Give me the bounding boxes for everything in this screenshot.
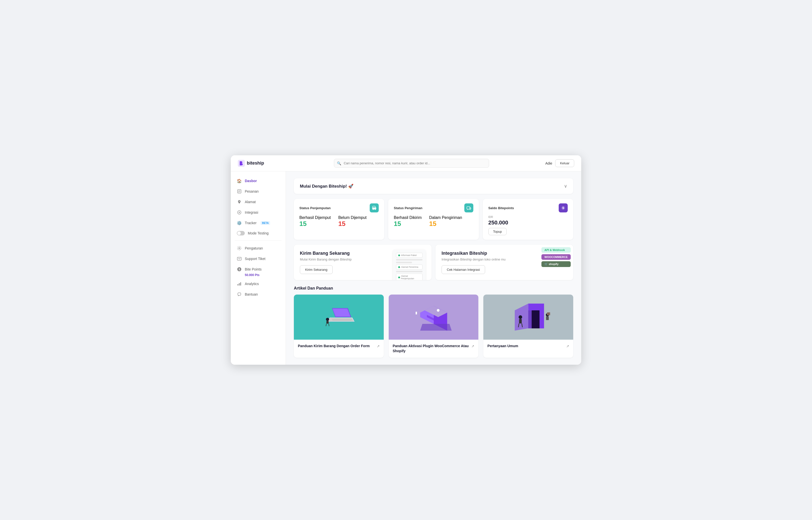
search-input[interactable]	[334, 159, 489, 167]
stat-saldo-title: Saldo Bitepoints	[488, 206, 514, 210]
form-field-2: Alamat Penerima	[396, 264, 422, 269]
sidebar-item-integrasi[interactable]: Integrasi	[231, 207, 286, 217]
svg-line-30	[329, 324, 329, 327]
article-svg-3	[492, 299, 564, 335]
user-name: Adie	[545, 161, 552, 165]
logout-button[interactable]: Keluar	[555, 159, 574, 167]
article-img-2	[389, 294, 479, 340]
analytics-icon	[237, 281, 242, 286]
action-row: Kirim Barang Sekarang Mulai Kirim Barang…	[294, 245, 573, 280]
svg-text:$: $	[239, 268, 240, 271]
svg-rect-49	[546, 317, 549, 320]
sidebar-label-dasbor: Dasbor	[245, 179, 257, 183]
orders-icon	[237, 189, 242, 194]
ext-icon-2: ↗	[471, 344, 474, 348]
articles-grid: Panduan Kirim Barang Dengan Order Form ↗	[294, 294, 573, 358]
integrations-preview: API & Webhook WOOCOMMERCE 🛒 shopify	[541, 247, 571, 267]
article-title-1: Panduan Kirim Barang Dengan Order Form	[298, 344, 370, 349]
ext-icon-3: ↗	[566, 344, 569, 348]
header: biteship 🔍 Adie Keluar	[231, 155, 581, 171]
chevron-down-icon[interactable]: ∨	[564, 183, 567, 189]
svg-marker-22	[332, 309, 351, 317]
stat-penjemputan-cols: Berhasil Dijemput 15 Belum Dijemput 15	[299, 215, 379, 228]
saldo-currency: IDR 250.000 Topup	[488, 215, 568, 235]
article-card-3[interactable]: Pertanyaan Umum ↗	[483, 294, 573, 358]
stat-pengiriman-cols: Berhasil Dikirim 15 Dalam Pengiriman 15	[394, 215, 473, 228]
article-body-3: Pertanyaan Umum ↗	[483, 340, 573, 353]
dalam-pengiriman-val: 15	[429, 220, 462, 228]
sidebar-label-alamat: Alamat	[245, 200, 256, 204]
main-content: 🏠 Dasbor Pesanan Alamat Integrasi	[231, 171, 581, 364]
svg-marker-24	[328, 318, 354, 321]
bitepoints-icon: $	[237, 267, 242, 272]
sidebar-item-dasbor[interactable]: 🏠 Dasbor	[231, 176, 286, 186]
ext-icon-1: ↗	[377, 344, 380, 348]
sidebar-item-pesanan[interactable]: Pesanan	[231, 186, 286, 197]
app-name: biteship	[247, 161, 264, 166]
berhasil-dikirim-val: 15	[394, 220, 422, 228]
saldo-amount: 250.000	[488, 219, 568, 226]
kirim-button[interactable]: Kirim Sekarang	[300, 265, 333, 274]
content-area: Mulai Dengan Biteship! 🚀 ∨ Status Penjem…	[286, 171, 581, 364]
saldo-currency-label: IDR	[488, 215, 568, 218]
article-svg-2	[398, 299, 470, 335]
mode-testing-toggle[interactable]	[237, 231, 245, 235]
form-label-1: Informasi Paket	[401, 254, 417, 257]
sidebar-label-mode-testing: Mode Testing	[248, 231, 269, 235]
article-title-row-3: Pertanyaan Umum ↗	[487, 344, 569, 349]
sidebar-item-tracker[interactable]: ⚙️ Tracker BETA	[231, 218, 286, 228]
form-dot-2	[398, 266, 400, 268]
svg-point-17	[467, 209, 468, 210]
stat-pengiriman-header: Status Pengiriman	[394, 203, 473, 212]
svg-point-14	[373, 209, 374, 210]
pengiriman-icon	[464, 203, 473, 212]
topup-button[interactable]: Topup	[488, 228, 507, 235]
support-icon	[237, 256, 242, 261]
svg-point-44	[519, 315, 522, 319]
article-card-2[interactable]: Panduan Aktivasi Plugin WooCommerce Atau…	[389, 294, 479, 358]
sidebar-item-bite-points[interactable]: $ Bite Points	[231, 264, 286, 274]
svg-rect-10	[237, 284, 238, 286]
sidebar-item-support-tiket[interactable]: Support Tiket	[231, 254, 286, 264]
address-icon	[237, 199, 242, 204]
articles-title: Artikel Dan Panduan	[294, 286, 573, 291]
article-svg-1	[303, 299, 375, 335]
belum-dijemput-label: Belum Dijemput	[338, 215, 366, 220]
sidebar-label-bantuan: Bantuan	[245, 292, 258, 296]
sidebar-item-alamat[interactable]: Alamat	[231, 197, 286, 207]
integrasi-button[interactable]: Cek Halaman Integrasi	[442, 265, 485, 274]
form-dot-1	[398, 255, 400, 256]
sidebar-label-analytics: Analytics	[245, 282, 259, 286]
bantuan-icon	[237, 292, 242, 297]
article-title-row-2: Panduan Aktivasi Plugin WooCommerce Atau…	[393, 344, 475, 354]
sidebar-label-tracker: Tracker	[245, 221, 257, 225]
welcome-card: Mulai Dengan Biteship! 🚀 ∨	[294, 178, 573, 194]
dalam-pengiriman-label: Dalam Pengiriman	[429, 215, 462, 220]
article-title-row-1: Panduan Kirim Barang Dengan Order Form ↗	[298, 344, 380, 349]
form-preview: Informasi Paket Alamat Penerima Alamat P…	[393, 250, 425, 280]
stat-card-penjemputan: Status Penjemputan Berhasil Dijemput 15 …	[294, 199, 384, 240]
sidebar-item-bantuan[interactable]: Bantuan	[231, 289, 286, 299]
berhasil-dijemput-val: 15	[299, 220, 331, 228]
svg-rect-37	[416, 312, 417, 315]
belum-dijemput-val: 15	[338, 220, 366, 228]
form-label-3: Alamat Penjemputan	[401, 275, 421, 280]
article-card-1[interactable]: Panduan Kirim Barang Dengan Order Form ↗	[294, 294, 384, 358]
sidebar-item-mode-testing[interactable]: Mode Testing	[231, 229, 286, 238]
shopify-badge: 🛒 shopify	[541, 261, 571, 267]
action-card-integrasi: Integrasikan Biteship Integrasikan Bites…	[436, 245, 573, 280]
search-bar: 🔍	[334, 159, 489, 167]
svg-rect-7	[237, 257, 241, 260]
saldo-icon: $	[559, 203, 568, 212]
home-icon: 🏠	[237, 178, 242, 183]
svg-point-6	[239, 248, 240, 249]
sidebar-item-analytics[interactable]: Analytics	[231, 279, 286, 289]
article-title-2: Panduan Aktivasi Plugin WooCommerce Atau…	[393, 344, 472, 354]
sidebar-item-pengaturan[interactable]: Pengaturan	[231, 243, 286, 253]
articles-section: Artikel Dan Panduan	[294, 286, 573, 358]
svg-point-36	[437, 309, 440, 312]
settings-icon	[237, 246, 242, 251]
article-body-1: Panduan Kirim Barang Dengan Order Form ↗	[294, 340, 384, 353]
stats-row: Status Penjemputan Berhasil Dijemput 15 …	[294, 199, 573, 240]
sidebar-divider-1	[235, 240, 282, 241]
